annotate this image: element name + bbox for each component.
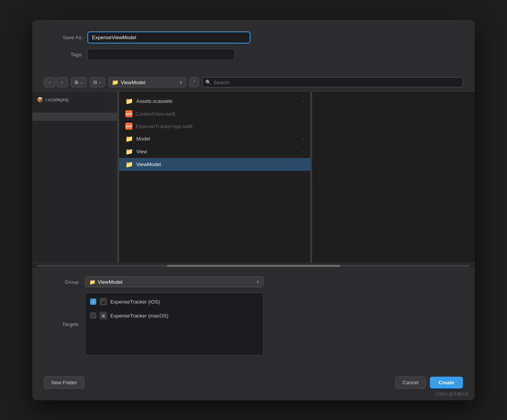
checkbox-ios[interactable]: ✓ — [90, 299, 96, 305]
targets-empty-area — [85, 323, 263, 354]
file-chevron-viewmodel: › — [303, 162, 304, 167]
create-button[interactable]: Create — [430, 377, 463, 389]
file-item-view[interactable]: 📁 View › — [119, 145, 310, 158]
main-file-panel: 📁 Assets.xcassets › swift ContentView.sw… — [119, 92, 310, 263]
folder-icon-view: 📁 — [125, 148, 133, 155]
file-chevron-model: › — [303, 137, 304, 141]
sidebar-chevron-3: › — [111, 115, 113, 119]
group-folder-icon: 📁 — [89, 279, 95, 285]
search-input[interactable] — [202, 77, 463, 87]
location-folder-icon: 📁 — [112, 79, 118, 85]
bottom-section: Group 📁 ViewModel ⬍ Targets ✓ 📱 ExpenseT… — [32, 269, 475, 369]
columns-chevron: ⌄ — [80, 80, 83, 84]
group-row: Group 📁 ViewModel ⬍ — [48, 276, 459, 287]
file-item-contentview[interactable]: swift ContentView.swift — [119, 108, 310, 120]
save-as-label: Save As: — [48, 35, 83, 40]
sidebar-chevron-1: › — [111, 97, 113, 102]
checkbox-macos[interactable] — [90, 312, 96, 319]
file-name-expensetrackerapp: ExpenseTrackerApp.swift — [135, 123, 193, 129]
watermark: CSDN @宇夜iOS — [435, 391, 469, 397]
target-item-ios[interactable]: ✓ 📱 ExpenseTracker (iOS) — [85, 295, 263, 309]
target-icon-ios: 📱 — [99, 298, 107, 305]
file-name-assets: Assets.xcassets — [136, 98, 172, 104]
top-form-section: Save As: Tags: — [32, 20, 475, 73]
xcodeproj-icon: 📦 — [37, 97, 43, 102]
swift-icon-contentview: swift — [125, 110, 132, 117]
new-folder-button[interactable]: New Folder — [44, 377, 84, 389]
grid-chevron: ⌄ — [99, 80, 102, 84]
tags-row: Tags: — [48, 49, 459, 60]
file-chevron-view: › — [303, 149, 304, 154]
target-icon-macos: 🖥 — [99, 312, 107, 319]
folder-icon-viewmodel: 📁 — [125, 161, 133, 168]
search-wrapper: 🔍 — [202, 77, 463, 87]
file-chevron-assets: › — [303, 99, 304, 103]
target-name-macos: ExpenseTracker (macOS) — [110, 313, 168, 319]
targets-label: Targets — [48, 321, 79, 327]
group-value: ViewModel — [98, 279, 122, 285]
scrollbar-track — [37, 265, 470, 267]
right-preview-panel — [312, 92, 475, 263]
scrollbar-area — [32, 263, 475, 269]
toolbar: ‹ › ⊞ ⌄ ⊟ ⌄ 📁 ViewModel ⬍ ⌃ 🔍 — [32, 73, 475, 91]
group-chevrons-icon: ⬍ — [256, 280, 259, 284]
nav-button-group: ‹ › — [44, 77, 68, 87]
location-folder-name: ViewModel — [121, 80, 145, 85]
file-item-expensetrackerapp[interactable]: swift ExpenseTrackerApp.swift — [119, 120, 310, 132]
cancel-button[interactable]: Cancel — [395, 377, 425, 389]
sidebar-xcodeproj-label: r.xcodeproj — [45, 97, 68, 102]
resize-handle-1[interactable] — [118, 92, 119, 263]
sidebar-item-3-selected[interactable]: › — [32, 113, 117, 121]
folder-icon-model: 📁 — [125, 135, 133, 142]
save-as-input[interactable] — [87, 31, 250, 43]
save-dialog: Save As: Tags: ‹ › ⊞ ⌄ ⊟ ⌄ 📁 ViewMod — [32, 20, 475, 400]
right-buttons: Cancel Create — [395, 377, 463, 389]
sidebar-item-xcodeproj[interactable]: 📦 r.xcodeproj › — [32, 95, 117, 104]
forward-icon: › — [61, 80, 63, 85]
sidebar-panel: 📦 r.xcodeproj › › › — [32, 92, 118, 263]
targets-box: ✓ 📱 ExpenseTracker (iOS) 🖥 ExpenseTracke… — [85, 293, 264, 356]
footer: New Folder Cancel Create — [32, 369, 475, 400]
back-button[interactable]: ‹ — [44, 77, 56, 87]
file-name-contentview: ContentView.swift — [135, 111, 175, 117]
resize-handle-2[interactable] — [310, 92, 312, 263]
columns-icon: ⊞ — [75, 80, 78, 85]
target-item-macos[interactable]: 🖥 ExpenseTracker (macOS) — [85, 309, 263, 323]
file-item-viewmodel[interactable]: 📁 ViewModel › — [119, 158, 310, 171]
target-name-ios: ExpenseTracker (iOS) — [110, 299, 160, 305]
targets-row: Targets ✓ 📱 ExpenseTracker (iOS) 🖥 Expen… — [48, 293, 459, 356]
tags-input[interactable] — [87, 49, 235, 60]
view-columns-button[interactable]: ⊞ ⌄ — [71, 77, 87, 87]
browser-area: 📦 r.xcodeproj › › › 📁 Assets.xcassets › … — [32, 91, 475, 263]
forward-button[interactable]: › — [56, 77, 68, 87]
group-dropdown[interactable]: 📁 ViewModel ⬍ — [85, 276, 264, 287]
location-chevrons-icon: ⬍ — [179, 80, 182, 85]
file-item-model[interactable]: 📁 Model › — [119, 132, 310, 145]
file-item-assets[interactable]: 📁 Assets.xcassets › — [119, 95, 310, 108]
location-dropdown[interactable]: 📁 ViewModel ⬍ — [108, 77, 186, 87]
expand-icon: ⌃ — [193, 80, 196, 85]
grid-icon: ⊟ — [93, 80, 97, 85]
swift-icon-expensetrackerapp: swift — [125, 123, 132, 130]
file-name-model: Model — [136, 136, 150, 142]
search-icon: 🔍 — [205, 80, 211, 85]
save-as-row: Save As: — [48, 31, 459, 43]
back-icon: ‹ — [49, 80, 50, 85]
folder-icon-assets: 📁 — [125, 97, 133, 105]
tags-label: Tags: — [48, 52, 83, 57]
file-name-viewmodel: ViewModel — [136, 161, 161, 167]
sidebar-item-2[interactable]: › — [32, 104, 117, 113]
sidebar-chevron-2: › — [111, 106, 113, 111]
view-grid-button[interactable]: ⊟ ⌄ — [90, 77, 105, 87]
file-name-view: View — [136, 149, 147, 154]
expand-button[interactable]: ⌃ — [189, 77, 199, 87]
group-label: Group — [48, 279, 79, 285]
scrollbar-thumb[interactable] — [167, 265, 340, 267]
